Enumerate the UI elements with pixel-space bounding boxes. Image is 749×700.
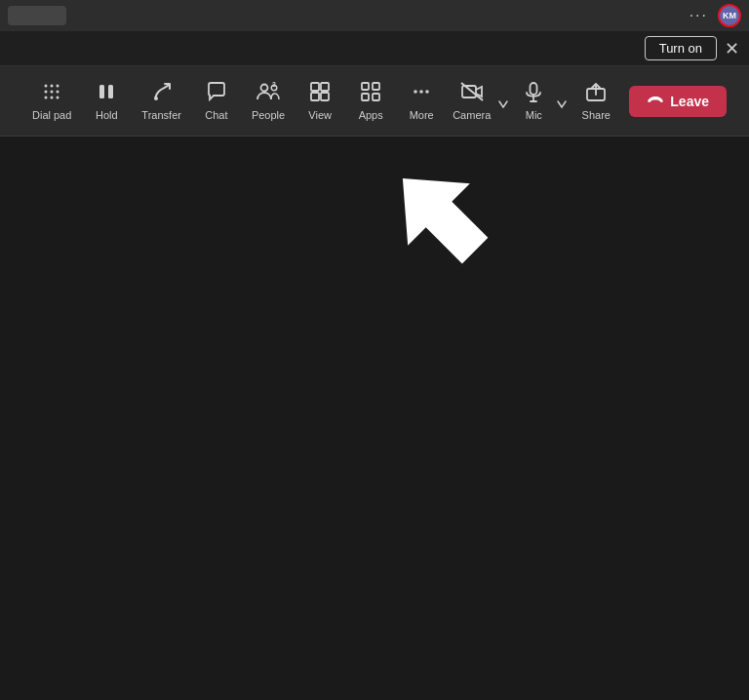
svg-rect-18 xyxy=(321,93,329,100)
svg-rect-10 xyxy=(108,85,113,98)
svg-point-24 xyxy=(419,90,423,94)
svg-rect-27 xyxy=(531,83,537,95)
camera-button[interactable]: Camera xyxy=(447,75,496,127)
share-icon xyxy=(585,81,607,105)
turn-on-button[interactable]: Turn on xyxy=(645,36,717,60)
svg-rect-9 xyxy=(99,85,104,98)
view-label: View xyxy=(308,109,332,121)
camera-icon xyxy=(460,81,484,105)
svg-marker-31 xyxy=(380,156,497,273)
leave-label: Leave xyxy=(670,94,709,109)
mic-control: Mic xyxy=(512,75,571,127)
dial-pad-button[interactable]: Dial pad xyxy=(22,75,81,127)
transfer-icon xyxy=(151,81,173,105)
svg-rect-21 xyxy=(362,94,369,100)
svg-point-3 xyxy=(45,91,48,94)
svg-rect-20 xyxy=(373,83,379,90)
view-button[interactable]: View xyxy=(295,75,345,127)
svg-point-12 xyxy=(261,85,268,92)
more-icon xyxy=(411,81,432,105)
chat-label: Chat xyxy=(205,109,227,121)
chat-button[interactable]: Chat xyxy=(191,75,242,127)
camera-label: Camera xyxy=(453,109,491,121)
svg-point-25 xyxy=(425,90,429,94)
leave-phone-icon xyxy=(647,95,664,108)
svg-text:2: 2 xyxy=(272,81,276,88)
more-label: More xyxy=(410,109,434,121)
share-label: Share xyxy=(582,109,611,121)
title-bar-right: ··· KM xyxy=(690,4,741,27)
view-icon xyxy=(309,81,331,105)
mic-dropdown-button[interactable] xyxy=(555,95,571,108)
apps-icon xyxy=(360,81,381,105)
transfer-button[interactable]: Transfer xyxy=(132,75,191,127)
avatar[interactable]: KM xyxy=(718,4,741,27)
notification-bar: Turn on ✕ xyxy=(0,31,749,66)
svg-point-0 xyxy=(45,85,48,88)
svg-rect-16 xyxy=(321,83,329,91)
svg-point-6 xyxy=(45,97,48,99)
people-icon: 2 xyxy=(256,81,281,105)
camera-dropdown-button[interactable] xyxy=(496,95,512,108)
svg-point-4 xyxy=(51,91,54,94)
svg-rect-15 xyxy=(311,83,319,91)
svg-point-23 xyxy=(414,90,417,94)
svg-rect-17 xyxy=(311,93,319,100)
hold-button[interactable]: Hold xyxy=(81,75,132,127)
title-bar-left xyxy=(8,6,66,25)
apps-button[interactable]: Apps xyxy=(345,75,396,127)
svg-rect-19 xyxy=(362,83,369,90)
camera-control: Camera xyxy=(447,75,512,127)
mic-icon xyxy=(523,81,544,105)
transfer-label: Transfer xyxy=(141,109,181,121)
svg-point-8 xyxy=(57,97,59,99)
people-button[interactable]: 2 People xyxy=(242,75,295,127)
more-options-icon[interactable]: ··· xyxy=(690,7,708,24)
hold-label: Hold xyxy=(96,109,118,121)
mic-button[interactable]: Mic xyxy=(512,75,555,127)
hold-icon xyxy=(96,81,117,105)
share-button[interactable]: Share xyxy=(571,75,621,127)
mic-label: Mic xyxy=(526,109,542,121)
chat-icon xyxy=(206,81,227,105)
main-content xyxy=(0,136,749,700)
svg-rect-22 xyxy=(373,94,379,100)
svg-point-5 xyxy=(57,91,59,94)
title-bar: ··· KM xyxy=(0,0,749,31)
arrow-pointer xyxy=(380,156,497,273)
dial-pad-label: Dial pad xyxy=(32,109,71,121)
people-label: People xyxy=(252,109,285,121)
svg-point-7 xyxy=(51,97,54,99)
toolbar: Dial pad Hold Transfer Chat xyxy=(0,66,749,136)
dial-pad-icon xyxy=(41,81,62,105)
apps-label: Apps xyxy=(359,109,383,121)
more-button[interactable]: More xyxy=(396,75,447,127)
svg-point-11 xyxy=(154,97,158,100)
svg-point-1 xyxy=(51,85,54,88)
app-title-block xyxy=(8,6,66,25)
close-notification-button[interactable]: ✕ xyxy=(725,40,739,58)
leave-button[interactable]: Leave xyxy=(629,86,727,117)
svg-point-2 xyxy=(57,85,59,88)
